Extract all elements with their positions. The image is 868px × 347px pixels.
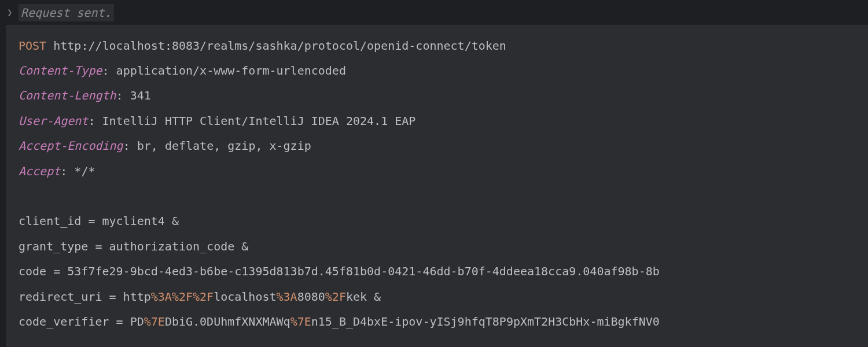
body-text-fragment: code = 53f7fe29-9bcd-4ed3-b6be-c1395d813… [19, 263, 660, 280]
http-header-name: Content-Length [19, 87, 116, 104]
body-text-fragment: grant_type = authorization_code & [19, 238, 248, 255]
blank-line [19, 183, 855, 208]
http-body-line: code_verifier = PD%7EDbiG.0DUhmfXNXMAWq%… [19, 309, 855, 334]
http-headers: Content-Type: application/x-www-form-url… [19, 58, 855, 183]
http-body-line: grant_type = authorization_code & [19, 234, 855, 259]
collapsed-section-row[interactable]: ❯ Request sent. [0, 0, 868, 25]
http-url: http://localhost:8083/realms/sashka/prot… [53, 37, 506, 54]
body-text-fragment: code_verifier = PD [19, 313, 144, 330]
url-encoded-fragment: %2F [325, 288, 346, 305]
http-header-row: Content-Type: application/x-www-form-url… [19, 58, 855, 83]
body-text-fragment: 8080 [297, 288, 325, 305]
chevron-right-icon: ❯ [7, 6, 15, 20]
http-header-row: User-Agent: IntelliJ HTTP Client/Intelli… [19, 108, 855, 133]
collapsed-section-label: Request sent. [19, 4, 114, 21]
http-header-name: Content-Type [19, 62, 102, 79]
http-header-name: Accept [19, 163, 60, 180]
body-text-fragment: redirect_uri = http [19, 288, 151, 305]
http-header-value: */* [74, 163, 95, 180]
body-text-fragment: DbiG.0DUhmfXNXMAWq [165, 313, 290, 330]
http-header-name: Accept-Encoding [19, 137, 123, 154]
http-header-row: Content-Length: 341 [19, 83, 855, 108]
http-header-row: Accept-Encoding: br, deflate, gzip, x-gz… [19, 134, 855, 158]
http-request-panel: POST http://localhost:8083/realms/sashka… [6, 25, 868, 347]
body-text-fragment: localhost [214, 288, 276, 305]
http-body: client_id = myclient4 &grant_type = auth… [19, 209, 855, 334]
http-body-line: code = 53f7fe29-9bcd-4ed3-b6be-c1395d813… [19, 259, 855, 284]
http-header-value: 341 [130, 87, 151, 104]
http-header-value: application/x-www-form-urlencoded [116, 62, 346, 79]
http-method: POST [19, 37, 46, 54]
http-header-value: IntelliJ HTTP Client/IntelliJ IDEA 2024.… [102, 112, 416, 130]
body-text-fragment: client_id = myclient4 & [19, 212, 179, 230]
http-body-line: client_id = myclient4 & [19, 209, 855, 234]
http-header-row: Accept: */* [19, 158, 855, 183]
http-body-line: redirect_uri = http%3A%2F%2Flocalhost%3A… [19, 284, 855, 309]
url-encoded-fragment: %7E [290, 313, 311, 330]
body-text-fragment: n15_B_D4bxE-ipov-yISj9hfqT8P9pXmT2H3CbHx… [311, 313, 660, 330]
url-encoded-fragment: %3A [277, 288, 297, 305]
request-line: POST http://localhost:8083/realms/sashka… [19, 33, 855, 58]
http-header-name: User-Agent [19, 112, 88, 130]
url-encoded-fragment: %3A%2F%2F [151, 288, 214, 305]
body-text-fragment: kek & [346, 288, 381, 305]
http-header-value: br, deflate, gzip, x-gzip [137, 137, 311, 154]
url-encoded-fragment: %7E [144, 313, 165, 330]
